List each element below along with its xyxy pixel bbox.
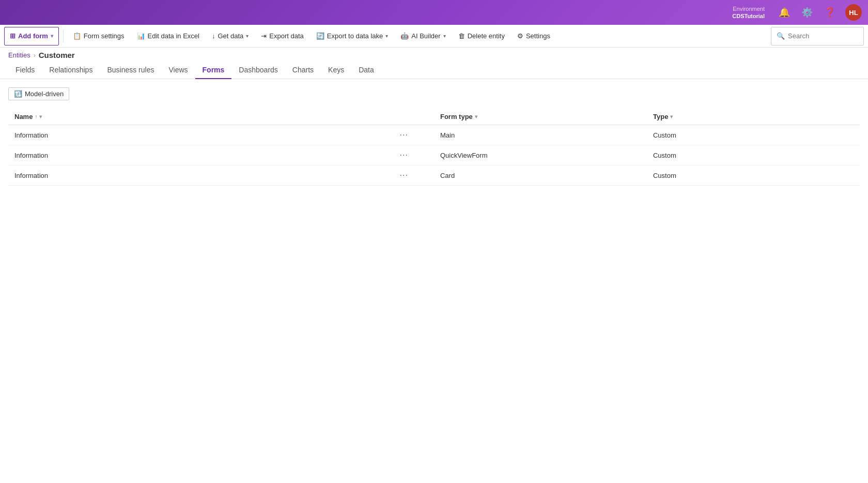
toolbar: ⊞ Add form ▾ 📋 Form settings 📊 Edit data… — [0, 25, 868, 48]
excel-icon: 📊 — [137, 32, 145, 40]
breadcrumb-separator: › — [34, 52, 36, 59]
ai-builder-label: AI Builder — [411, 32, 440, 40]
search-input[interactable] — [788, 32, 858, 40]
settings-icon[interactable]: ⚙️ — [800, 5, 814, 20]
form-settings-icon: 📋 — [73, 32, 81, 40]
cell-name-2: Information — [8, 165, 392, 186]
cell-name-1: Information — [8, 145, 392, 165]
forms-table: Name ↑ ▾ Form type ▾ Ty — [8, 109, 860, 186]
cell-actions-1: ··· — [392, 145, 434, 165]
environment-info: Environment CDSTutorial — [732, 5, 765, 20]
settings-button[interactable]: ⚙ Settings — [512, 27, 555, 46]
col-header-name[interactable]: Name ↑ ▾ — [8, 109, 392, 125]
tab-relationships[interactable]: Relationships — [42, 62, 100, 79]
name-filter-icon: ▾ — [39, 114, 42, 119]
cell-actions-0: ··· — [392, 125, 434, 145]
delete-icon: 🗑 — [458, 32, 465, 40]
ai-builder-icon: 🤖 — [400, 32, 409, 40]
filter-label: Model-driven — [25, 90, 64, 98]
tab-data[interactable]: Data — [351, 62, 381, 79]
cell-type-0: Custom — [647, 125, 860, 145]
edit-data-excel-button[interactable]: 📊 Edit data in Excel — [132, 27, 205, 46]
model-driven-filter-button[interactable]: 🔃 Model-driven — [8, 87, 69, 100]
add-form-dropdown-icon: ▾ — [51, 33, 53, 39]
cell-formtype-2: Card — [434, 165, 647, 186]
tab-charts[interactable]: Charts — [285, 62, 321, 79]
settings-btn-label: Settings — [526, 32, 550, 40]
settings-btn-icon: ⚙ — [517, 32, 523, 40]
export-data-icon: ⇥ — [261, 32, 267, 40]
add-form-label: Add form — [18, 32, 48, 40]
export-to-lake-label: Export to data lake — [327, 32, 383, 40]
get-data-button[interactable]: ↓ Get data ▾ — [207, 27, 254, 46]
add-form-button[interactable]: ⊞ Add form ▾ — [4, 27, 59, 46]
col-header-actions — [392, 109, 434, 125]
row-action-dots-0[interactable]: ··· — [398, 129, 410, 140]
tab-business-rules[interactable]: Business rules — [100, 62, 161, 79]
notification-icon[interactable]: 🔔 — [777, 5, 792, 20]
cell-formtype-0: Main — [434, 125, 647, 145]
filter-refresh-icon: 🔃 — [14, 90, 22, 98]
col-header-formtype[interactable]: Form type ▾ — [434, 109, 647, 125]
separator-1 — [63, 30, 64, 42]
environment-name: CDSTutorial — [732, 12, 765, 20]
export-to-lake-button[interactable]: 🔄 Export to data lake ▾ — [311, 27, 393, 46]
table-body: Information ··· Main Custom Information … — [8, 125, 860, 186]
export-lake-dropdown-icon: ▾ — [385, 33, 388, 39]
tab-forms[interactable]: Forms — [195, 62, 232, 79]
col-name-label: Name — [14, 113, 33, 120]
export-data-label: Export data — [269, 32, 304, 40]
tab-fields[interactable]: Fields — [8, 62, 42, 79]
get-data-icon: ↓ — [212, 32, 215, 40]
tabs-bar: Fields Relationships Business rules View… — [0, 62, 868, 79]
col-formtype-label: Form type — [440, 113, 473, 120]
breadcrumb-current: Customer — [39, 51, 75, 59]
cell-type-2: Custom — [647, 165, 860, 186]
cell-actions-2: ··· — [392, 165, 434, 186]
get-data-dropdown-icon: ▾ — [246, 33, 249, 39]
breadcrumb: Entities › Customer — [0, 48, 868, 59]
col-header-type[interactable]: Type ▾ — [647, 109, 860, 125]
top-bar: Environment CDSTutorial 🔔 ⚙️ ❓ HL — [0, 0, 868, 25]
help-icon[interactable]: ❓ — [823, 5, 837, 20]
forms-table-container: Name ↑ ▾ Form type ▾ Ty — [8, 109, 860, 186]
get-data-label: Get data — [218, 32, 243, 40]
breadcrumb-entities-link[interactable]: Entities — [8, 51, 30, 59]
formtype-filter-icon: ▾ — [475, 114, 477, 119]
search-bar[interactable]: 🔍 — [771, 27, 864, 46]
main-content: 🔃 Model-driven Name ↑ ▾ — [0, 79, 868, 194]
ai-builder-button[interactable]: 🤖 AI Builder ▾ — [395, 27, 451, 46]
row-action-dots-1[interactable]: ··· — [398, 149, 410, 160]
top-bar-right: Environment CDSTutorial 🔔 ⚙️ ❓ HL — [732, 4, 862, 21]
environment-label: Environment — [733, 5, 765, 12]
ai-builder-dropdown-icon: ▾ — [443, 33, 446, 39]
delete-entity-label: Delete entity — [468, 32, 505, 40]
form-settings-button[interactable]: 📋 Form settings — [68, 27, 130, 46]
table-row[interactable]: Information ··· QuickViewForm Custom — [8, 145, 860, 165]
name-sort-asc-icon: ↑ — [35, 114, 37, 119]
table-row[interactable]: Information ··· Card Custom — [8, 165, 860, 186]
tab-views[interactable]: Views — [161, 62, 195, 79]
cell-formtype-1: QuickViewForm — [434, 145, 647, 165]
delete-entity-button[interactable]: 🗑 Delete entity — [453, 27, 510, 46]
form-settings-label: Form settings — [84, 32, 125, 40]
search-icon: 🔍 — [777, 32, 785, 40]
row-action-dots-2[interactable]: ··· — [398, 170, 410, 180]
type-filter-icon: ▾ — [670, 114, 673, 119]
export-lake-icon: 🔄 — [316, 32, 324, 40]
avatar[interactable]: HL — [845, 4, 862, 21]
cell-name-0: Information — [8, 125, 392, 145]
table-row[interactable]: Information ··· Main Custom — [8, 125, 860, 145]
filter-bar: 🔃 Model-driven — [8, 87, 860, 100]
export-data-button[interactable]: ⇥ Export data — [256, 27, 309, 46]
tab-keys[interactable]: Keys — [321, 62, 351, 79]
col-type-label: Type — [653, 113, 668, 120]
edit-data-excel-label: Edit data in Excel — [148, 32, 199, 40]
table-header: Name ↑ ▾ Form type ▾ Ty — [8, 109, 860, 125]
cell-type-1: Custom — [647, 145, 860, 165]
tab-dashboards[interactable]: Dashboards — [231, 62, 285, 79]
add-form-icon: ⊞ — [10, 32, 16, 40]
